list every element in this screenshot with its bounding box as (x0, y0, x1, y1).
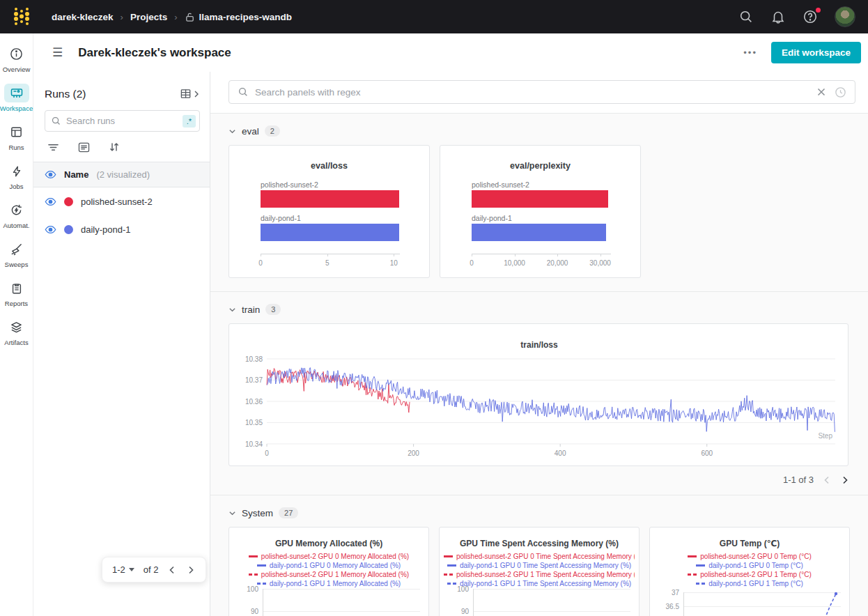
eye-visibility-icon[interactable] (45, 225, 56, 234)
legend-swatch-icon (688, 555, 697, 557)
top-navbar: darek-kleczek › Projects › llama-recipes… (0, 0, 868, 33)
chart-panel-gpu-temp[interactable]: GPU Temp (℃)polished-sunset-2 GPU 0 Temp… (649, 527, 850, 616)
chart-title: eval/perplexity (440, 161, 640, 171)
y-axis (683, 592, 684, 616)
chart-title: GPU Memory Allocated (%) (229, 539, 428, 548)
legend-label: daily-pond-1 GPU 0 Temp (°C) (708, 562, 803, 569)
prev-page-button[interactable] (167, 565, 177, 575)
sidebar-item-runs[interactable]: Runs (0, 121, 33, 155)
clear-search-icon[interactable] (816, 87, 826, 97)
sidebar-item-overview[interactable]: Overview (0, 43, 33, 77)
hamburger-menu-icon[interactable]: ☰ (52, 47, 63, 59)
sort-icon[interactable] (109, 141, 120, 153)
gridline (263, 611, 420, 612)
breadcrumb-separator: › (174, 12, 177, 22)
clipboard-icon (4, 279, 29, 298)
legend-entry: polished-sunset-2 GPU 1 Memory Allocated… (249, 570, 409, 579)
dropdown-caret-icon (129, 568, 134, 571)
svg-text:200: 200 (408, 449, 419, 457)
sidebar-item-reports[interactable]: Reports (0, 277, 33, 311)
group-list-icon[interactable] (78, 142, 90, 153)
gridline (263, 589, 420, 590)
eye-visibility-icon[interactable] (45, 197, 56, 206)
run-row-polished-sunset-2[interactable]: polished-sunset-2 (33, 187, 210, 215)
notifications-bell-icon[interactable] (770, 9, 786, 24)
chart-panel-train-loss[interactable]: train/loss10.3810.3710.3610.3510.3402004… (228, 323, 848, 466)
chevron-right-icon (193, 90, 200, 98)
automations-cycle-icon (4, 201, 29, 220)
breadcrumb-user[interactable]: darek-kleczek (52, 12, 114, 22)
page-range-dropdown[interactable]: 1-2 (112, 564, 134, 575)
chart-title: GPU Temp (℃) (650, 539, 849, 548)
svg-text:10.38: 10.38 (245, 355, 263, 363)
sidebar-item-sweeps[interactable]: Sweeps (0, 238, 33, 272)
sidebar-item-artifacts[interactable]: Artifacts (0, 316, 33, 351)
search-history-icon[interactable] (835, 86, 846, 98)
legend-label: polished-sunset-2 GPU 1 Temp (°C) (700, 571, 811, 578)
legend-entry: polished-sunset-2 GPU 1 Time Spent Acces… (444, 570, 635, 579)
svg-text:Step: Step (818, 432, 832, 440)
legend-label: daily-pond-1 GPU 0 Time Spent Accessing … (460, 562, 631, 569)
section-name: eval (242, 126, 259, 137)
section-count-badge: 3 (265, 304, 281, 315)
section-train-header[interactable]: train 3 (228, 292, 850, 323)
next-page-button[interactable] (186, 565, 196, 575)
navbar-actions (738, 6, 855, 27)
breadcrumb-projects[interactable]: Projects (130, 12, 167, 22)
sidebar-item-automations[interactable]: Automat. (0, 199, 33, 233)
legend-swatch-icon (696, 564, 705, 567)
regex-toggle-button[interactable]: .* (183, 115, 196, 128)
x-axis (261, 254, 400, 254)
chevron-down-icon (228, 306, 236, 314)
train-loss-canvas: train/loss10.3810.3710.3610.3510.3402004… (229, 324, 848, 465)
gridline (473, 589, 630, 590)
runs-search-input[interactable] (66, 116, 183, 126)
panel-search-input[interactable] (255, 87, 808, 98)
filter-icon[interactable] (47, 142, 59, 153)
section-system-header[interactable]: System 27 (228, 495, 850, 527)
chevron-down-icon (228, 509, 236, 517)
bar-label: polished-sunset-2 (472, 180, 529, 189)
svg-text:10.37: 10.37 (245, 376, 263, 384)
user-avatar[interactable] (835, 6, 855, 27)
sidebar-item-label: Automat. (3, 222, 29, 229)
expand-runs-table-button[interactable] (180, 87, 200, 100)
chart-panel-gpu-memory-allocated[interactable]: GPU Memory Allocated (%)polished-sunset-… (228, 527, 429, 616)
prev-panel-page-button[interactable] (822, 475, 832, 485)
tick-label: 100 (445, 585, 469, 593)
bar-chart-eval/loss[interactable]: eval/losspolished-sunset-2daily-pond-105… (228, 145, 430, 278)
runs-count-title: Runs (2) (45, 88, 86, 100)
overflow-menu-button[interactable]: ••• (743, 47, 757, 58)
tick-label: 10 (390, 259, 398, 267)
train-pager-label: 1-1 of 3 (783, 475, 814, 485)
search-icon[interactable] (738, 9, 754, 24)
column-header-name[interactable]: Name (64, 169, 88, 180)
next-panel-page-button[interactable] (840, 475, 850, 485)
run-name: polished-sunset-2 (81, 197, 153, 207)
tick-mark (515, 254, 516, 256)
bar-chart-eval/perplexity[interactable]: eval/perplexitypolished-sunset-2daily-po… (440, 145, 641, 278)
tick-label: 90 (235, 608, 258, 615)
sidebar-item-workspace[interactable]: Workspace (0, 82, 33, 116)
edit-workspace-button[interactable]: Edit workspace (771, 42, 861, 63)
legend-swatch-icon (249, 555, 258, 557)
breadcrumb-project[interactable]: llama-recipes-wandb (185, 12, 293, 22)
section-eval-header[interactable]: eval 2 (228, 114, 850, 145)
visualized-count: (2 visualized) (96, 169, 150, 180)
wandb-logo[interactable] (10, 5, 33, 29)
chart-title: eval/loss (229, 161, 429, 171)
sidebar-item-label: Workspace (0, 105, 33, 112)
search-icon (51, 116, 61, 126)
train-section-pager: 1-1 of 3 (228, 469, 850, 495)
chart-panel-gpu-time-accessing-memory[interactable]: GPU Time Spent Accessing Memory (%)polis… (439, 527, 640, 616)
layers-icon (4, 318, 29, 337)
run-color-dot (64, 225, 73, 234)
bar-label: polished-sunset-2 (261, 180, 318, 189)
eye-visibility-icon[interactable] (45, 170, 56, 179)
sidebar-item-jobs[interactable]: Jobs (0, 160, 33, 194)
help-icon[interactable] (803, 9, 818, 24)
legend-entry: polished-sunset-2 GPU 0 Time Spent Acces… (444, 552, 635, 561)
run-row-daily-pond-1[interactable]: daily-pond-1 (33, 215, 210, 243)
gridline (473, 611, 630, 612)
info-circle-icon (4, 45, 29, 63)
